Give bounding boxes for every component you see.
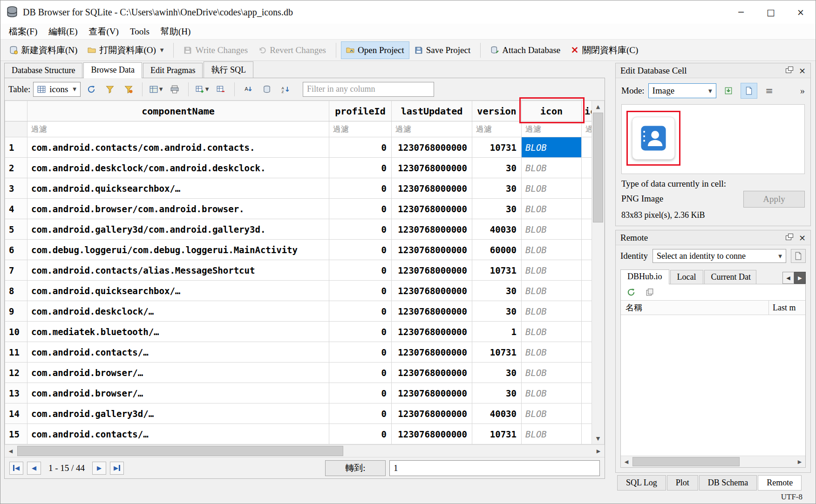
cell-extra[interactable]: [582, 424, 592, 444]
tab-edit-pragmas[interactable]: Edit Pragmas: [143, 63, 203, 78]
cell-icon[interactable]: BLOB: [522, 199, 582, 219]
column-header-componentName[interactable]: componentName: [27, 101, 329, 121]
dock-tab-sql-log[interactable]: SQL Log: [617, 475, 666, 491]
sort-az-button[interactable]: AZ: [278, 81, 293, 97]
cell-icon[interactable]: BLOB: [522, 281, 582, 301]
cell-version[interactable]: 30: [472, 281, 522, 301]
identity-select[interactable]: Select an identity to conne ▼: [653, 249, 786, 263]
refresh-button[interactable]: [83, 81, 99, 97]
cell-version[interactable]: 30: [472, 383, 522, 403]
cell-componentName[interactable]: com.android.browser/com.android.browser.: [27, 199, 329, 219]
cell-lastUpdated[interactable]: 1230768000000: [392, 403, 472, 424]
cell-version[interactable]: 1: [472, 322, 522, 342]
remote-scroll-right-icon[interactable]: ▶: [794, 456, 805, 467]
cell-icon[interactable]: BLOB: [522, 403, 582, 424]
cell-extra[interactable]: [582, 301, 592, 322]
tab-execute-sql[interactable]: 執行 SQL: [204, 61, 253, 78]
cell-componentName[interactable]: com.android.quicksearchbox/…: [27, 178, 329, 199]
delete-record-button[interactable]: [213, 81, 229, 97]
cell-icon[interactable]: BLOB: [522, 301, 582, 322]
cell-profileId[interactable]: 0: [329, 240, 392, 260]
upload-database-button[interactable]: [791, 249, 806, 263]
cell-profileId[interactable]: 0: [329, 199, 392, 219]
cell-componentName[interactable]: com.debug.loggerui/com.debug.loggerui.Ma…: [27, 240, 329, 260]
image-view-button[interactable]: [741, 83, 757, 99]
cell-version[interactable]: 10731: [472, 342, 522, 363]
cell-profileId[interactable]: 0: [329, 383, 392, 403]
row-number[interactable]: 3: [5, 178, 27, 199]
open-database-button[interactable]: 打開資料庫(O) ▼: [82, 40, 169, 60]
column-header-lastUpdated[interactable]: lastUpdated: [392, 101, 472, 121]
cell-version[interactable]: 30: [472, 301, 522, 322]
cell-icon[interactable]: BLOB: [522, 260, 582, 281]
table-row[interactable]: 9com.android.deskclock/…0123076800000030…: [5, 301, 592, 322]
cell-lastUpdated[interactable]: 1230768000000: [392, 178, 472, 199]
remote-tab-local[interactable]: Local: [670, 270, 703, 284]
cell-icon[interactable]: BLOB: [522, 342, 582, 363]
row-number[interactable]: 10: [5, 322, 27, 342]
open-project-button[interactable]: Open Project: [341, 41, 409, 59]
clear-filter-button[interactable]: [121, 81, 136, 97]
cell-lastUpdated[interactable]: 1230768000000: [392, 137, 472, 158]
row-number[interactable]: 2: [5, 158, 27, 178]
cell-extra[interactable]: [582, 240, 592, 260]
export-table-button[interactable]: ▼: [148, 81, 164, 97]
cell-profileId[interactable]: 0: [329, 219, 392, 240]
cell-lastUpdated[interactable]: 1230768000000: [392, 240, 472, 260]
column-header-version[interactable]: version: [472, 101, 522, 121]
cell-icon[interactable]: BLOB: [522, 178, 582, 199]
cell-lastUpdated[interactable]: 1230768000000: [392, 342, 472, 363]
cell-lastUpdated[interactable]: 1230768000000: [392, 158, 472, 178]
remote-name-header[interactable]: 名稱: [621, 302, 768, 313]
cell-lastUpdated[interactable]: 1230768000000: [392, 281, 472, 301]
column-header-extra[interactable]: ic: [582, 101, 592, 121]
table-row[interactable]: 2com.android.deskclock/com.android.deskc…: [5, 158, 592, 178]
cell-profileId[interactable]: 0: [329, 137, 392, 158]
row-number[interactable]: 14: [5, 403, 27, 424]
sort-ascending-button[interactable]: A: [240, 81, 256, 97]
cell-icon[interactable]: BLOB: [522, 219, 582, 240]
cell-version[interactable]: 30: [472, 363, 522, 383]
menu-view[interactable]: 查看(V): [83, 24, 124, 39]
remote-tab-current-database[interactable]: Current Dat: [704, 270, 756, 284]
float-panel-icon[interactable]: [786, 235, 791, 240]
cell-version[interactable]: 40030: [472, 219, 522, 240]
cell-lastUpdated[interactable]: 1230768000000: [392, 219, 472, 240]
cell-version[interactable]: 30: [472, 199, 522, 219]
table-row[interactable]: 14com.android.gallery3d/…012307680000004…: [5, 403, 592, 424]
row-number[interactable]: 8: [5, 281, 27, 301]
filter-any-column-input[interactable]: [303, 82, 434, 97]
maximize-button[interactable]: □: [756, 0, 786, 24]
text-view-button[interactable]: ≡: [761, 83, 778, 99]
menu-tools[interactable]: Tools: [124, 25, 155, 38]
close-button[interactable]: ×: [786, 0, 816, 24]
attach-database-button[interactable]: Attach Database: [485, 41, 565, 59]
cell-componentName[interactable]: com.android.browser/…: [27, 383, 329, 403]
print-button[interactable]: [167, 81, 183, 97]
remote-scroll-left-icon[interactable]: ◀: [621, 456, 632, 467]
horizontal-scrollbar[interactable]: ◀ ▶: [5, 444, 605, 457]
tab-browse-data[interactable]: Browse Data: [83, 62, 142, 78]
cell-componentName[interactable]: com.android.contacts/alias.MessageShortc…: [27, 260, 329, 281]
remote-refresh-button[interactable]: [625, 286, 638, 299]
mode-select[interactable]: Image ▼: [648, 83, 716, 98]
cell-icon[interactable]: BLOB: [522, 240, 582, 260]
filter-cell-icon[interactable]: 過濾: [522, 121, 582, 137]
cell-extra[interactable]: [582, 281, 592, 301]
next-page-button[interactable]: ▶: [92, 462, 106, 475]
cell-componentName[interactable]: com.android.contacts/com.android.contact…: [27, 137, 329, 158]
table-select[interactable]: icons ▼: [33, 82, 81, 97]
encoding-label[interactable]: UTF-8: [781, 492, 802, 502]
row-number[interactable]: 1: [5, 137, 27, 158]
cell-profileId[interactable]: 0: [329, 260, 392, 281]
table-row[interactable]: 5com.android.gallery3d/com.android.galle…: [5, 219, 592, 240]
cell-icon[interactable]: BLOB: [522, 158, 582, 178]
cell-icon[interactable]: BLOB: [522, 137, 582, 158]
cell-componentName[interactable]: com.android.deskclock/…: [27, 301, 329, 322]
dock-tab-db-schema[interactable]: DB Schema: [699, 475, 757, 491]
insert-record-button[interactable]: ▼: [194, 81, 210, 97]
table-row[interactable]: 6com.debug.loggerui/com.debug.loggerui.M…: [5, 240, 592, 260]
row-number[interactable]: 9: [5, 301, 27, 322]
new-database-button[interactable]: 新建資料庫(N): [4, 40, 82, 60]
cell-extra[interactable]: [582, 158, 592, 178]
